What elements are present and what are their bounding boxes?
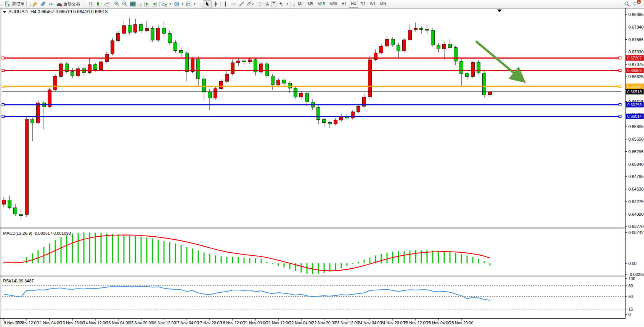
price-tick-label: 0.67840: [628, 25, 644, 29]
chart-shift-icon: [152, 1, 157, 7]
price-tick-label: 0.63770: [628, 224, 644, 229]
candle-down: [180, 50, 183, 53]
vertical-line-tool-button[interactable]: [222, 1, 230, 8]
search-icon[interactable]: [624, 1, 630, 7]
new-chart-button[interactable]: ▼: [161, 1, 173, 8]
candle-down: [19, 214, 23, 216]
toolbar-grip[interactable]: [84, 2, 86, 7]
timeframe-D1[interactable]: D1: [358, 1, 368, 8]
candle-down: [460, 61, 463, 74]
tile-windows-icon: [130, 1, 136, 7]
zoom-out-button[interactable]: [121, 1, 129, 8]
channel-glyph: E: [252, 2, 254, 6]
candle-up: [368, 60, 372, 97]
timeframe-W1[interactable]: W1: [368, 1, 378, 8]
price-label-text: 0.67207: [627, 56, 642, 60]
new-order-button[interactable]: 新订单: [4, 1, 26, 8]
timeframe-H4[interactable]: H4: [349, 1, 358, 8]
candle-up: [54, 77, 57, 90]
publisher-button[interactable]: [39, 1, 47, 8]
candle-up: [117, 33, 120, 40]
timeframe-M1[interactable]: M1: [296, 1, 305, 8]
auto-scroll-button[interactable]: [143, 1, 151, 8]
toolbar-grip[interactable]: [293, 2, 295, 7]
tile-windows-button[interactable]: [129, 1, 137, 8]
zoom-out-icon: [122, 1, 128, 7]
autotrading-icon: [56, 1, 62, 7]
styler-button[interactable]: [31, 1, 39, 8]
shapes-tool-button[interactable]: ▼: [278, 1, 290, 8]
toolbar-grip[interactable]: [29, 2, 31, 7]
candle-down: [477, 62, 480, 73]
candle-down: [31, 119, 34, 123]
candle-down: [391, 39, 395, 45]
line-chart-mode-button[interactable]: [103, 1, 111, 8]
signals-button[interactable]: [47, 1, 55, 8]
price-label-text: 0.66014: [627, 114, 642, 119]
bar-chart-mode-button[interactable]: [87, 1, 95, 8]
candle-down: [265, 64, 269, 76]
price-tick-label: 0.67330: [628, 50, 644, 54]
shapes-arrows-icon: [279, 1, 284, 7]
candle-up: [237, 61, 240, 63]
notifications-button[interactable]: 1: [633, 1, 639, 7]
timeframe-M15[interactable]: M15: [315, 1, 327, 8]
time-tick-label: 28 Nov 20:00: [450, 321, 474, 325]
candle-up: [374, 53, 377, 60]
candle-down: [208, 92, 212, 98]
rsi-axis-label: 50: [628, 294, 633, 299]
candle-down: [168, 33, 172, 42]
candle-up: [77, 69, 80, 76]
timeframe-M5[interactable]: M5: [305, 1, 315, 8]
chart-window[interactable]: 0.680950.678400.675850.673300.670750.668…: [0, 8, 644, 327]
channel-tool-button[interactable]: E: [246, 1, 255, 8]
candle-down: [151, 29, 154, 40]
candle-up: [380, 46, 383, 53]
candle-down: [140, 24, 143, 31]
candle-down: [162, 28, 166, 33]
time-tick-label: 14 Nov 12:00: [84, 321, 108, 325]
autotrading-button[interactable]: 自动交易: [55, 1, 81, 8]
zoom-in-button[interactable]: [113, 1, 121, 8]
text-tool-button[interactable]: A: [265, 1, 270, 8]
cursor-icon: [204, 1, 210, 7]
candle-down: [71, 72, 74, 76]
candle-up: [357, 106, 360, 112]
cursor-tool-button[interactable]: [203, 0, 212, 8]
crosshair-tool-button[interactable]: [212, 1, 220, 8]
new-order-icon: [5, 1, 11, 7]
toolbar-grip[interactable]: [140, 2, 142, 7]
horizontal-line-icon: [231, 1, 236, 7]
candle-up: [385, 39, 389, 46]
separator: [112, 1, 112, 7]
autotrading-label: 自动交易: [63, 1, 80, 7]
toolbar-grip[interactable]: [1, 2, 3, 7]
candle-up: [408, 30, 412, 40]
trendline-tool-button[interactable]: [238, 1, 246, 8]
candlestick-mode-button[interactable]: [95, 1, 103, 8]
timeframe-H1[interactable]: H1: [339, 1, 349, 8]
fibonacci-tool-button[interactable]: F: [255, 1, 265, 8]
indicators-button[interactable]: ▼: [185, 1, 197, 8]
time-tick-label: 21 Nov 00:00: [244, 321, 268, 325]
time-tick-label: 22 Nov 04:00: [289, 321, 313, 325]
rsi-axis-label: 100: [628, 276, 635, 281]
chart-canvas[interactable]: 0.680950.678400.675850.673300.670750.668…: [0, 8, 644, 327]
price-tick-label: 0.64785: [628, 174, 644, 179]
chart-shift-button[interactable]: [151, 1, 159, 8]
timeframe-M30[interactable]: M30: [327, 1, 339, 8]
candle-down: [197, 59, 200, 79]
candle-up: [403, 40, 406, 51]
dropdown-caret-icon: ▼: [169, 3, 172, 5]
candle-up: [122, 26, 126, 34]
toolbar-grip[interactable]: [200, 2, 202, 7]
timeframe-MN[interactable]: MN: [378, 1, 389, 8]
candle-down: [426, 29, 429, 30]
rsi-axis-label: 15: [628, 307, 633, 311]
indicators-icon: [186, 1, 192, 7]
profiles-button[interactable]: ▼: [173, 1, 185, 8]
fibonacci-icon: [256, 1, 262, 7]
horizontal-line-tool-button[interactable]: [230, 1, 238, 8]
label-tool-button[interactable]: T: [270, 1, 278, 8]
candle-down: [185, 53, 189, 72]
